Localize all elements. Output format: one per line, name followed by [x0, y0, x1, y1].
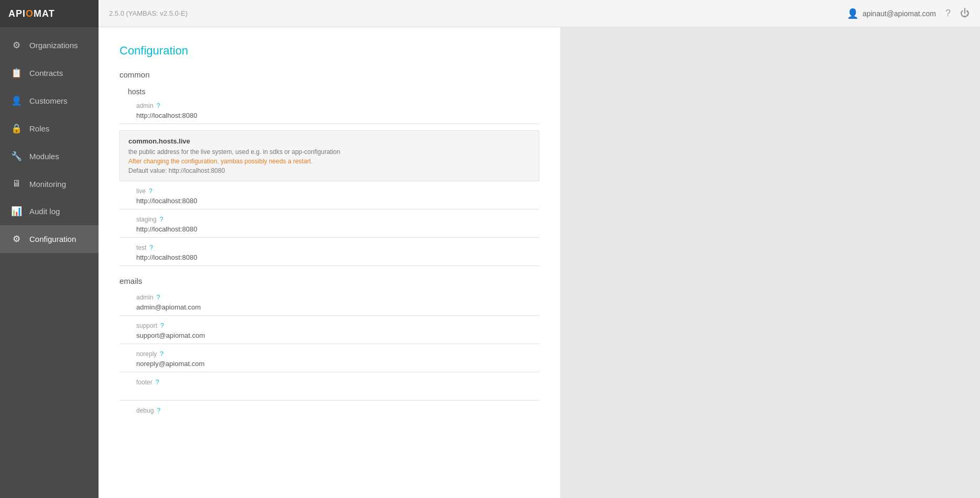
- modules-icon: 🔧: [10, 151, 22, 162]
- topbar-right: 👤 apinaut@apiomat.com ? ⏻: [847, 8, 970, 19]
- field-email-noreply-label-row: noreply ?: [136, 350, 539, 358]
- content-inner: Configuration common hosts admin ? http:…: [99, 27, 560, 498]
- field-admin: admin ? http://localhost:8080: [136, 102, 539, 124]
- topbar: 2.5.0 (YAMBAS: v2.5.0-E) 👤 apinaut@apiom…: [99, 0, 980, 27]
- tooltip-hosts-live: common.hosts.live the public address for…: [119, 130, 539, 181]
- field-email-footer-value: [136, 388, 539, 400]
- field-live: live ? http://localhost:8080: [136, 187, 539, 209]
- sidebar-item-label: Modules: [29, 152, 59, 161]
- section-common-label: common: [119, 70, 539, 79]
- logo: APIOMAT: [0, 0, 99, 27]
- sidebar-item-configuration[interactable]: ⚙ Configuration: [0, 225, 99, 253]
- field-email-footer-label: footer: [136, 379, 153, 386]
- section-emails-label: emails: [119, 276, 539, 285]
- contracts-icon: 📋: [10, 68, 22, 79]
- field-email-support-value: support@apiomat.com: [136, 331, 539, 344]
- user-icon: 👤: [847, 8, 858, 19]
- field-email-debug: debug ?: [136, 407, 539, 414]
- field-live-label: live: [136, 187, 146, 195]
- monitoring-icon: 🖥: [10, 179, 22, 189]
- power-icon[interactable]: ⏻: [960, 8, 970, 19]
- field-email-debug-label-row: debug ?: [136, 407, 539, 414]
- section-common: common hosts admin ? http://localhost:80…: [119, 70, 539, 266]
- field-live-label-row: live ?: [136, 187, 539, 195]
- tooltip-default-value: Default value: http://localhost:8080: [128, 167, 530, 174]
- field-email-admin-label-row: admin ?: [136, 294, 539, 301]
- divider-email-support: [119, 344, 539, 344]
- divider-after-admin: [119, 124, 539, 124]
- field-admin-label-row: admin ?: [136, 102, 539, 109]
- field-test-label-row: test ?: [136, 244, 539, 251]
- field-email-support-label: support: [136, 322, 157, 329]
- logo-text: APIOMAT: [8, 8, 55, 19]
- user-email: apinaut@apiomat.com: [863, 9, 936, 18]
- divider-after-live: [119, 209, 539, 209]
- audit-log-icon: 📊: [10, 206, 22, 217]
- tooltip-title: common.hosts.live: [128, 137, 530, 145]
- field-staging-value: http://localhost:8080: [136, 225, 539, 237]
- field-email-footer: footer ?: [136, 379, 539, 400]
- divider-after-test: [119, 265, 539, 266]
- field-live-help-icon[interactable]: ?: [149, 187, 153, 195]
- sidebar-item-contracts[interactable]: 📋 Contracts: [0, 59, 99, 87]
- divider-email-admin: [119, 315, 539, 316]
- sidebar-navigation: ⚙ Organizations 📋 Contracts 👤 Customers …: [0, 27, 99, 498]
- field-email-admin: admin ? admin@apiomat.com: [136, 294, 539, 315]
- field-test-label: test: [136, 244, 146, 251]
- page-title: Configuration: [119, 44, 539, 58]
- field-email-admin-help-icon[interactable]: ?: [157, 294, 160, 301]
- sidebar: APIOMAT ⚙ Organizations 📋 Contracts 👤 Cu…: [0, 0, 99, 498]
- field-admin-value: http://localhost:8080: [136, 112, 539, 124]
- field-email-support-label-row: support ?: [136, 322, 539, 329]
- field-email-noreply-label: noreply: [136, 350, 157, 358]
- field-staging-label: staging: [136, 216, 157, 223]
- customers-icon: 👤: [10, 95, 22, 106]
- roles-icon: 🔒: [10, 123, 22, 134]
- field-email-footer-label-row: footer ?: [136, 379, 539, 386]
- right-panel: [560, 27, 980, 498]
- sidebar-item-label: Monitoring: [29, 180, 66, 189]
- divider-email-footer: [119, 400, 539, 401]
- sidebar-item-label: Contracts: [29, 69, 63, 78]
- subsection-hosts: hosts admin ? http://localhost:8080 comm…: [119, 87, 539, 266]
- field-email-noreply: noreply ? noreply@apiomat.com: [136, 350, 539, 372]
- sidebar-item-label: Roles: [29, 124, 49, 133]
- subsection-hosts-label: hosts: [128, 87, 539, 96]
- field-test-help-icon[interactable]: ?: [149, 244, 153, 251]
- sidebar-item-customers[interactable]: 👤 Customers: [0, 87, 99, 115]
- help-icon[interactable]: ?: [945, 8, 951, 19]
- field-email-debug-label: debug: [136, 407, 154, 414]
- field-email-admin-label: admin: [136, 294, 154, 301]
- sidebar-item-label: Organizations: [29, 41, 78, 50]
- content-area: Configuration common hosts admin ? http:…: [99, 27, 980, 498]
- tooltip-description: the public address for the live system, …: [128, 148, 530, 156]
- sidebar-item-roles[interactable]: 🔒 Roles: [0, 115, 99, 142]
- sidebar-item-label: Audit log: [29, 207, 60, 216]
- field-email-noreply-value: noreply@apiomat.com: [136, 360, 539, 372]
- field-staging-help-icon[interactable]: ?: [160, 216, 164, 223]
- sidebar-item-organizations[interactable]: ⚙ Organizations: [0, 31, 99, 59]
- sidebar-item-label: Configuration: [29, 235, 76, 244]
- main-area: 2.5.0 (YAMBAS: v2.5.0-E) 👤 apinaut@apiom…: [99, 0, 980, 498]
- organizations-icon: ⚙: [10, 40, 22, 51]
- field-email-admin-value: admin@apiomat.com: [136, 303, 539, 315]
- field-staging-label-row: staging ?: [136, 216, 539, 223]
- field-staging: staging ? http://localhost:8080: [136, 216, 539, 237]
- sidebar-item-monitoring[interactable]: 🖥 Monitoring: [0, 170, 99, 197]
- field-email-noreply-help-icon[interactable]: ?: [160, 350, 164, 358]
- field-email-support: support ? support@apiomat.com: [136, 322, 539, 344]
- field-test-value: http://localhost:8080: [136, 253, 539, 265]
- topbar-user: 👤 apinaut@apiomat.com: [847, 8, 936, 19]
- field-email-debug-help-icon[interactable]: ?: [157, 407, 160, 414]
- field-live-value: http://localhost:8080: [136, 197, 539, 209]
- field-admin-help-icon[interactable]: ?: [157, 102, 160, 109]
- field-admin-label: admin: [136, 102, 154, 109]
- field-email-support-help-icon[interactable]: ?: [160, 322, 164, 329]
- field-test: test ? http://localhost:8080: [136, 244, 539, 265]
- sidebar-item-modules[interactable]: 🔧 Modules: [0, 142, 99, 170]
- version-label: 2.5.0 (YAMBAS: v2.5.0-E): [109, 9, 188, 17]
- sidebar-item-audit-log[interactable]: 📊 Audit log: [0, 197, 99, 225]
- configuration-icon: ⚙: [10, 234, 22, 245]
- tooltip-warning: After changing the configuration, yambas…: [128, 158, 530, 165]
- field-email-footer-help-icon[interactable]: ?: [156, 379, 159, 386]
